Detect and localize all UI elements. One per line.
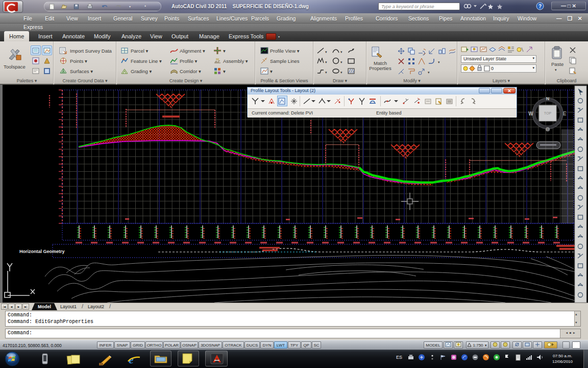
svg-text:TOP: TOP	[544, 111, 552, 115]
svg-text:W: W	[528, 111, 533, 117]
svg-text:?: ?	[538, 4, 542, 9]
svg-text:N: N	[546, 96, 550, 101]
svg-text:Horizontal Geometry: Horizontal Geometry	[19, 249, 65, 254]
svg-text:E: E	[563, 111, 567, 117]
svg-text:S: S	[547, 128, 549, 131]
